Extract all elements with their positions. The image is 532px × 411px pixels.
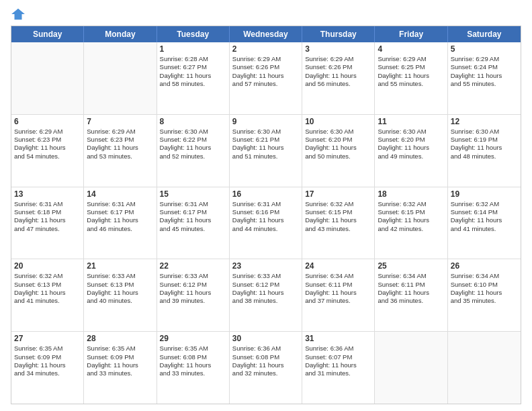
- cell-info-line: Sunset: 6:07 PM: [305, 353, 371, 361]
- calendar-cell: 31Sunrise: 6:36 AMSunset: 6:07 PMDayligh…: [302, 332, 375, 404]
- calendar-cell: 10Sunrise: 6:30 AMSunset: 6:20 PMDayligh…: [302, 115, 375, 187]
- cell-info-line: and 36 minutes.: [378, 297, 444, 305]
- cell-info-line: Sunset: 6:14 PM: [451, 208, 518, 216]
- calendar-cell: 1Sunrise: 6:28 AMSunset: 6:27 PMDaylight…: [157, 42, 230, 114]
- cell-info-line: Sunrise: 6:33 AM: [160, 272, 226, 280]
- header-day-sunday: Sunday: [11, 26, 84, 42]
- cell-info-line: Daylight: 11 hours: [378, 144, 444, 152]
- cell-info-line: Daylight: 11 hours: [14, 216, 81, 224]
- day-number: 18: [378, 189, 444, 199]
- day-number: 21: [87, 261, 153, 271]
- cell-info-line: and 53 minutes.: [87, 152, 153, 161]
- cell-info-line: Daylight: 11 hours: [160, 144, 226, 152]
- cell-info-line: Sunset: 6:17 PM: [87, 208, 153, 216]
- calendar-week-2: 6Sunrise: 6:29 AMSunset: 6:23 PMDaylight…: [11, 115, 521, 187]
- cell-info-line: and 42 minutes.: [378, 225, 444, 233]
- header-day-saturday: Saturday: [448, 26, 521, 42]
- cell-info-line: Sunrise: 6:31 AM: [14, 200, 81, 208]
- cell-info-line: and 49 minutes.: [378, 152, 444, 161]
- cell-info-line: Sunrise: 6:35 AM: [87, 345, 153, 353]
- day-number: 25: [378, 261, 444, 271]
- cell-info-line: and 41 minutes.: [14, 297, 81, 305]
- svg-marker-0: [11, 9, 25, 20]
- calendar-cell: 21Sunrise: 6:33 AMSunset: 6:13 PMDayligh…: [84, 259, 157, 331]
- calendar-cell: 26Sunrise: 6:34 AMSunset: 6:10 PMDayligh…: [448, 259, 521, 331]
- calendar-cell: 17Sunrise: 6:32 AMSunset: 6:15 PMDayligh…: [302, 187, 375, 259]
- calendar-week-3: 13Sunrise: 6:31 AMSunset: 6:18 PMDayligh…: [11, 187, 521, 260]
- cell-info-line: Daylight: 11 hours: [14, 144, 81, 152]
- cell-info-line: Daylight: 11 hours: [160, 361, 226, 369]
- calendar-cell: [375, 332, 447, 404]
- cell-info-line: and 37 minutes.: [305, 297, 371, 305]
- cell-info-line: Sunrise: 6:30 AM: [160, 128, 226, 136]
- header: [11, 7, 521, 21]
- cell-info-line: and 52 minutes.: [160, 152, 226, 161]
- day-number: 29: [160, 334, 226, 343]
- day-number: 28: [87, 334, 153, 343]
- calendar-cell: 23Sunrise: 6:33 AMSunset: 6:12 PMDayligh…: [230, 259, 302, 331]
- page: SundayMondayTuesdayWednesdayThursdayFrid…: [0, 0, 532, 411]
- calendar-cell: 5Sunrise: 6:29 AMSunset: 6:24 PMDaylight…: [448, 42, 521, 114]
- cell-info-line: Daylight: 11 hours: [232, 72, 299, 80]
- calendar-cell: 11Sunrise: 6:30 AMSunset: 6:20 PMDayligh…: [375, 115, 447, 187]
- day-number: 16: [232, 189, 299, 199]
- calendar-cell: 3Sunrise: 6:29 AMSunset: 6:26 PMDaylight…: [302, 42, 375, 114]
- cell-info-line: Sunrise: 6:29 AM: [378, 55, 444, 63]
- cell-info-line: Sunrise: 6:34 AM: [451, 272, 518, 280]
- cell-info-line: Sunset: 6:23 PM: [14, 136, 81, 144]
- cell-info-line: Sunrise: 6:33 AM: [232, 272, 299, 280]
- cell-info-line: and 40 minutes.: [87, 297, 153, 305]
- cell-info-line: Sunset: 6:15 PM: [305, 208, 371, 216]
- day-number: 13: [14, 189, 81, 199]
- cell-info-line: Sunset: 6:09 PM: [87, 353, 153, 361]
- cell-info-line: Sunset: 6:20 PM: [378, 136, 444, 144]
- cell-info-line: Daylight: 11 hours: [451, 144, 518, 152]
- calendar-cell: 13Sunrise: 6:31 AMSunset: 6:18 PMDayligh…: [11, 187, 84, 259]
- cell-info-line: and 33 minutes.: [160, 369, 226, 377]
- cell-info-line: and 33 minutes.: [87, 369, 153, 377]
- calendar-cell: 27Sunrise: 6:35 AMSunset: 6:09 PMDayligh…: [11, 332, 84, 404]
- calendar-header: SundayMondayTuesdayWednesdayThursdayFrid…: [11, 26, 521, 42]
- cell-info-line: Sunset: 6:13 PM: [14, 281, 81, 289]
- day-number: 12: [451, 117, 518, 126]
- day-number: 2: [232, 44, 299, 54]
- cell-info-line: and 57 minutes.: [232, 80, 299, 88]
- cell-info-line: and 32 minutes.: [232, 369, 299, 377]
- day-number: 15: [160, 189, 226, 199]
- cell-info-line: Daylight: 11 hours: [160, 289, 226, 297]
- cell-info-line: and 54 minutes.: [14, 152, 81, 161]
- day-number: 26: [451, 261, 518, 271]
- cell-info-line: Daylight: 11 hours: [305, 216, 371, 224]
- cell-info-line: and 58 minutes.: [160, 80, 226, 88]
- cell-info-line: Sunset: 6:08 PM: [160, 353, 226, 361]
- cell-info-line: Sunrise: 6:29 AM: [232, 55, 299, 63]
- cell-info-line: Sunrise: 6:29 AM: [14, 128, 81, 136]
- cell-info-line: Sunset: 6:12 PM: [160, 281, 226, 289]
- cell-info-line: Sunrise: 6:31 AM: [232, 200, 299, 208]
- cell-info-line: Sunset: 6:24 PM: [451, 63, 518, 71]
- day-number: 14: [87, 189, 153, 199]
- cell-info-line: Daylight: 11 hours: [378, 216, 444, 224]
- cell-info-line: Daylight: 11 hours: [232, 361, 299, 369]
- cell-info-line: Daylight: 11 hours: [160, 72, 226, 80]
- cell-info-line: Sunrise: 6:29 AM: [451, 55, 518, 63]
- cell-info-line: Sunset: 6:26 PM: [232, 63, 299, 71]
- cell-info-line: Daylight: 11 hours: [305, 144, 371, 152]
- cell-info-line: Sunrise: 6:31 AM: [87, 200, 153, 208]
- cell-info-line: and 48 minutes.: [451, 152, 518, 161]
- cell-info-line: Daylight: 11 hours: [232, 216, 299, 224]
- cell-info-line: Sunrise: 6:35 AM: [160, 345, 226, 353]
- day-number: 4: [378, 44, 444, 54]
- logo: [11, 7, 27, 21]
- cell-info-line: Sunset: 6:25 PM: [378, 63, 444, 71]
- cell-info-line: Sunrise: 6:30 AM: [378, 128, 444, 136]
- cell-info-line: Sunset: 6:21 PM: [232, 136, 299, 144]
- cell-info-line: Sunrise: 6:30 AM: [451, 128, 518, 136]
- cell-info-line: and 55 minutes.: [378, 80, 444, 88]
- cell-info-line: Daylight: 11 hours: [87, 216, 153, 224]
- day-number: 30: [232, 334, 299, 343]
- cell-info-line: Sunset: 6:26 PM: [305, 63, 371, 71]
- calendar-cell: 29Sunrise: 6:35 AMSunset: 6:08 PMDayligh…: [157, 332, 230, 404]
- day-number: 5: [451, 44, 518, 54]
- day-number: 23: [232, 261, 299, 271]
